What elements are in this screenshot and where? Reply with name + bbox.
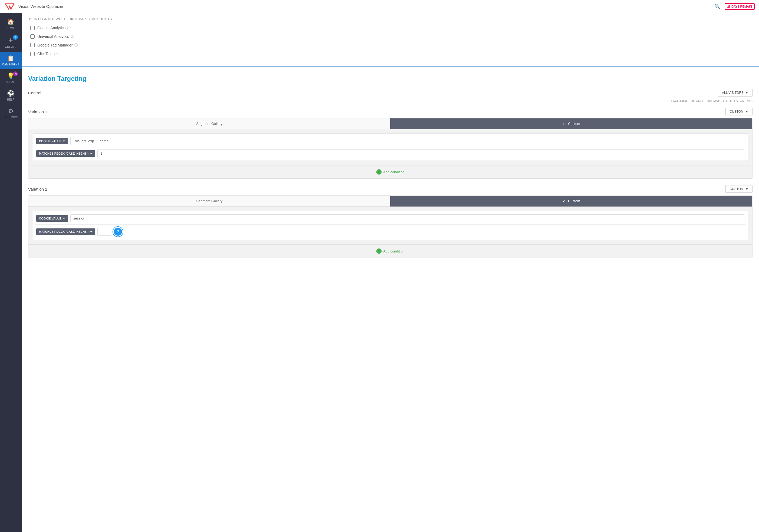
- variation-2-custom-button[interactable]: CUSTOM ▼: [726, 185, 752, 193]
- sidebar-item-ideas[interactable]: 473 💡 IDEAS: [0, 69, 21, 87]
- section-header: ▼ INTEGRATE WITH THIRD-PARTY PRODUCTS: [28, 17, 752, 21]
- google-tag-manager-info-icon[interactable]: ⓘ: [74, 43, 78, 48]
- variation-targeting-title: Variation Targeting: [28, 75, 752, 83]
- variation-1-condition-1: COOKIE VALUE ▼: [35, 135, 745, 147]
- third-party-title: INTEGRATE WITH THIRD-PARTY PRODUCTS: [34, 17, 112, 21]
- clicktale-info-icon[interactable]: ⓘ: [54, 51, 58, 56]
- google-tag-manager-checkbox[interactable]: [30, 43, 35, 47]
- vwo-logo: [4, 2, 15, 11]
- variation-2-condition-2-input[interactable]: [98, 228, 111, 236]
- clicktale-checkbox[interactable]: [30, 52, 35, 56]
- campaigns-icon: 📋: [7, 55, 15, 62]
- variation-1-cookie-value-btn[interactable]: COOKIE VALUE ▼: [36, 138, 68, 144]
- chevron-icon: ▼: [28, 17, 32, 21]
- sidebar-label-ideas: IDEAS: [7, 81, 16, 84]
- sidebar-item-campaigns[interactable]: 📋 CAMPAIGNS: [0, 52, 21, 69]
- google-analytics-row: Google Analytics ⓘ: [30, 25, 752, 30]
- universal-analytics-row: Universal Analytics ⓘ: [30, 34, 752, 39]
- universal-analytics-checkbox[interactable]: [30, 34, 35, 39]
- variation-1-add-condition-row: + Add condition: [28, 165, 752, 178]
- clicktale-label: ClickTale: [37, 52, 53, 56]
- create-badge: 2: [13, 35, 18, 40]
- variation-2-condition-block: COOKIE VALUE ▼ MATCHES REGEX (CASE INSEN…: [33, 211, 748, 240]
- search-icon[interactable]: 🔍: [714, 4, 720, 10]
- variation-1-chevron: ▼: [745, 110, 748, 114]
- variation-1-condition-1-input[interactable]: [70, 137, 744, 145]
- third-party-section: ▼ INTEGRATE WITH THIRD-PARTY PRODUCTS Go…: [21, 13, 759, 67]
- variation-2-add-condition-label: Add condition: [383, 249, 405, 253]
- variation-1-block: Variation 1 CUSTOM ▼ Segment Gallery ✔ C…: [28, 108, 752, 179]
- create-icon: +: [9, 36, 13, 44]
- variation-2-custom-tab[interactable]: ✔ Custom: [390, 196, 752, 207]
- variation-2-name: Variation 2: [28, 187, 47, 191]
- variation-targeting-section: Variation Targeting Control ALL VISITORS…: [21, 67, 759, 272]
- variation-1-custom-tab[interactable]: ✔ Custom: [390, 118, 752, 129]
- sidebar-label-campaigns: CAMPAIGNS: [2, 63, 20, 66]
- google-tag-manager-row: Google Tag Manager ⓘ: [30, 43, 752, 48]
- variation-1-segment-card: Segment Gallery ✔ Custom COOKIE VALUE ▼: [28, 118, 752, 179]
- variation-1-condition-2-input[interactable]: [98, 149, 744, 157]
- variation-1-custom-button[interactable]: CUSTOM ▼: [726, 108, 752, 115]
- help-tooltip-icon[interactable]: ?: [113, 227, 123, 237]
- variation-1-condition-2: MATCHES REGEX (CASE INSENS.) ▼: [35, 147, 745, 160]
- sidebar-item-create[interactable]: 2 + CREATE: [0, 33, 21, 52]
- variation-1-condition-block: COOKIE VALUE ▼ MATCHES REGEX (CASE INSEN…: [33, 133, 748, 161]
- variation-1-gallery-tab-label: Segment Gallery: [196, 122, 222, 126]
- variation-1-tabs: Segment Gallery ✔ Custom: [28, 118, 752, 129]
- variation-2-condition-2-chevron: ▼: [90, 230, 93, 233]
- variation-2-add-condition-button[interactable]: + Add condition: [376, 248, 405, 254]
- google-tag-manager-label: Google Tag Manager: [37, 43, 73, 47]
- settings-icon: ⚙: [8, 108, 14, 115]
- variation-2-matches-regex-btn[interactable]: MATCHES REGEX (CASE INSENS.) ▼: [36, 228, 95, 235]
- variation-2-block: Variation 2 CUSTOM ▼ Segment Gallery ✔ C…: [28, 185, 752, 258]
- app-title: Visual Website Optimizer: [19, 4, 714, 9]
- variation-2-segment-card: Segment Gallery ✔ Custom COOKIE VALUE ▼: [28, 195, 752, 258]
- google-analytics-label: Google Analytics: [37, 26, 65, 30]
- home-icon: 🏠: [7, 19, 15, 25]
- variation-1-gallery-tab[interactable]: Segment Gallery: [28, 118, 390, 129]
- sidebar-item-settings[interactable]: ⚙ SETTINGS: [0, 104, 21, 122]
- sidebar-item-help[interactable]: ⚽ HELP: [0, 87, 21, 104]
- google-analytics-checkbox[interactable]: [30, 26, 35, 30]
- all-visitors-button[interactable]: ALL VISITORS ▼: [718, 89, 752, 96]
- variation-1-add-condition-button[interactable]: + Add condition: [376, 169, 405, 174]
- universal-analytics-info-icon[interactable]: ⓘ: [71, 34, 74, 39]
- variation-2-condition-1: COOKIE VALUE ▼: [35, 212, 745, 225]
- main-content: ▼ INTEGRATE WITH THIRD-PARTY PRODUCTS Go…: [21, 13, 759, 532]
- variation-1-check-icon: ✔: [562, 122, 565, 126]
- variation-2-gallery-tab-label: Segment Gallery: [196, 199, 222, 203]
- topbar: Visual Website Optimizer 🔍 28 DAYS REMAI…: [0, 0, 759, 13]
- variation-2-condition-1-chevron: ▼: [62, 217, 65, 220]
- variation-1-row: Variation 1 CUSTOM ▼: [28, 108, 752, 115]
- variation-2-gallery-tab[interactable]: Segment Gallery: [28, 196, 390, 207]
- variation-1-body: COOKIE VALUE ▼ MATCHES REGEX (CASE INSEN…: [28, 129, 752, 165]
- svg-marker-0: [5, 4, 14, 9]
- variation-1-add-condition-label: Add condition: [383, 170, 405, 174]
- sidebar-item-home[interactable]: 🏠 HOME: [0, 15, 21, 33]
- variation-2-add-condition-row: + Add condition: [28, 245, 752, 258]
- variation-2-custom-tab-label: Custom: [568, 199, 580, 203]
- variation-2-tabs: Segment Gallery ✔ Custom: [28, 196, 752, 207]
- variation-2-cookie-value-btn[interactable]: COOKIE VALUE ▼: [36, 215, 68, 222]
- variation-2-plus-icon: +: [376, 248, 382, 254]
- variation-1-custom-label: CUSTOM: [730, 110, 743, 114]
- variation-2-body: COOKIE VALUE ▼ MATCHES REGEX (CASE INSEN…: [28, 207, 752, 245]
- universal-analytics-label: Universal Analytics: [37, 34, 69, 39]
- variation-2-chevron: ▼: [745, 187, 748, 191]
- excluding-text: EXCLUDING THE ONES THAT MATCH OTHER SEGM…: [28, 99, 752, 102]
- control-name: Control: [28, 91, 41, 95]
- variation-2-custom-label: CUSTOM: [730, 187, 743, 191]
- variation-1-condition-1-chevron: ▼: [62, 139, 65, 143]
- variation-1-plus-icon: +: [376, 169, 382, 174]
- variation-1-matches-regex-btn[interactable]: MATCHES REGEX (CASE INSENS.) ▼: [36, 150, 95, 157]
- variation-1-condition-2-type: MATCHES REGEX (CASE INSENS.): [39, 152, 89, 155]
- variation-1-name: Variation 1: [28, 109, 47, 114]
- sidebar-label-help: HELP: [7, 98, 15, 101]
- ideas-badge: 473: [13, 71, 18, 76]
- help-icon: ⚽: [7, 90, 15, 97]
- variation-2-condition-2: MATCHES REGEX (CASE INSENS.) ▼ ?: [35, 225, 745, 239]
- variation-2-condition-2-type: MATCHES REGEX (CASE INSENS.): [39, 230, 89, 233]
- variation-2-condition-1-input[interactable]: [70, 214, 744, 222]
- all-visitors-label: ALL VISITORS: [722, 91, 743, 95]
- google-analytics-info-icon[interactable]: ⓘ: [67, 25, 71, 30]
